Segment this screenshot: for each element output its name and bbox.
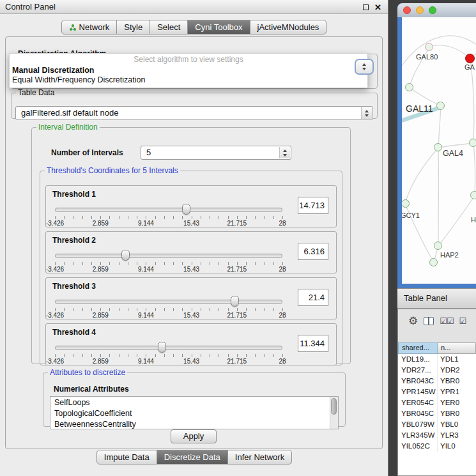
dropdown-option-manual-discretization[interactable]: Manual Discretization bbox=[10, 66, 367, 75]
table-data-combobox[interactable]: galFiltered.sif default node bbox=[15, 106, 373, 120]
scale-tick: 21.715 bbox=[227, 266, 247, 273]
threshold-2-slider[interactable] bbox=[55, 250, 282, 261]
scale-tick: 9.144 bbox=[138, 220, 154, 227]
tab-select[interactable]: Select bbox=[150, 20, 188, 35]
minimize-traffic-light-icon[interactable] bbox=[416, 6, 424, 14]
table-row[interactable]: YBR045CYBR0 bbox=[398, 408, 476, 419]
list-item[interactable]: TopologicalCoefficient bbox=[50, 408, 338, 419]
tab-network[interactable]: Network bbox=[61, 20, 118, 35]
tab-style-label: Style bbox=[124, 22, 142, 32]
table-row[interactable]: YIL052CYIL0 bbox=[398, 441, 476, 452]
zoom-traffic-light-icon[interactable] bbox=[429, 6, 436, 14]
slider-thumb[interactable] bbox=[182, 204, 190, 215]
slider-track[interactable] bbox=[55, 208, 282, 212]
table-header-row: shared... n... bbox=[398, 342, 476, 354]
network-node[interactable] bbox=[470, 191, 476, 199]
float-window-icon[interactable] bbox=[363, 4, 369, 10]
dropdown-option-equal-width-frequency[interactable]: Equal Width/Frequency Discretization bbox=[10, 75, 367, 85]
table-toolbar: ⚙ ☑☑ ☑ bbox=[398, 312, 476, 330]
interval-definition-fieldset: Interval Definition Number of Intervals … bbox=[31, 123, 351, 364]
close-window-icon[interactable]: ✕ bbox=[374, 3, 381, 12]
threshold-1-value-field[interactable]: 14.713 bbox=[298, 197, 328, 214]
cell-shared-name: YDL19... bbox=[398, 354, 438, 365]
select-checkbox-icon[interactable]: ☑☑ bbox=[440, 317, 453, 325]
network-node[interactable] bbox=[434, 242, 442, 250]
threshold-3-slider[interactable] bbox=[55, 296, 282, 307]
network-node[interactable] bbox=[469, 139, 476, 147]
scale-tick: 28 bbox=[279, 266, 286, 273]
table-row[interactable]: YPR145WYPR1 bbox=[398, 387, 476, 397]
scale-tick: 15.43 bbox=[183, 220, 199, 227]
tab-jactivemnodules[interactable]: jActiveMNodules bbox=[250, 20, 327, 35]
slider-scale-labels: -3.4262.8599.14415.4321.71528 bbox=[55, 220, 282, 227]
tab-impute-data[interactable]: Impute Data bbox=[96, 450, 157, 464]
table-row[interactable]: YBL079WYBL0 bbox=[398, 419, 476, 430]
cell-shared-name: YBR043C bbox=[398, 376, 438, 387]
apply-button[interactable]: Apply bbox=[171, 429, 217, 443]
columns-icon[interactable] bbox=[424, 317, 434, 325]
slider-scale-labels: -3.4262.8599.14415.4321.71528 bbox=[55, 266, 282, 273]
threshold-3-value-field[interactable]: 21.4 bbox=[298, 289, 328, 306]
node-label-gal11: GAL11 bbox=[406, 104, 433, 114]
network-canvas[interactable]: GAL80 GA GAL11 GAL4 GCY1 H HAP2 bbox=[402, 17, 476, 284]
threshold-2-panel: Threshold 2 -3.4262.8599.14415.4321.7152… bbox=[45, 231, 337, 273]
slider-track[interactable] bbox=[55, 254, 282, 258]
table-row[interactable]: YER054CYER0 bbox=[398, 397, 476, 408]
algorithm-combo-stepper-icon[interactable] bbox=[355, 59, 374, 75]
cell-name: YBR0 bbox=[438, 408, 476, 419]
gear-icon[interactable]: ⚙ bbox=[408, 316, 418, 326]
tab-select-label: Select bbox=[157, 22, 180, 32]
network-node[interactable] bbox=[434, 143, 442, 151]
select-checkbox-icon[interactable]: ☑ bbox=[459, 317, 466, 325]
network-node[interactable] bbox=[436, 102, 445, 110]
slider-thumb[interactable] bbox=[158, 342, 166, 353]
list-item[interactable]: SelfLoops bbox=[50, 397, 338, 408]
scale-tick: 9.144 bbox=[138, 312, 154, 319]
algorithm-dropdown-popup: Select algorithm to view settings Manual… bbox=[9, 53, 368, 88]
tab-style[interactable]: Style bbox=[117, 20, 150, 35]
algorithm-combobox[interactable]: Select algorithm to view settings bbox=[10, 54, 367, 66]
threshold-1-slider[interactable] bbox=[55, 204, 282, 215]
list-scrollbar[interactable] bbox=[330, 397, 338, 429]
slider-scale-labels: -3.4262.8599.14415.4321.71528 bbox=[55, 358, 282, 365]
column-header-shared-name[interactable]: shared... bbox=[398, 342, 438, 354]
network-node[interactable] bbox=[429, 258, 438, 266]
number-of-intervals-label: Number of Intervals bbox=[51, 148, 123, 157]
column-header-name[interactable]: n... bbox=[438, 342, 476, 354]
tab-network-label: Network bbox=[79, 22, 110, 32]
scale-tick: 15.43 bbox=[183, 312, 199, 319]
combo-stepper-icon[interactable] bbox=[279, 147, 290, 158]
threshold-4-value-field[interactable]: 11.344 bbox=[298, 335, 328, 352]
algorithm-placeholder: Select algorithm to view settings bbox=[134, 55, 243, 64]
slider-track[interactable] bbox=[55, 300, 282, 304]
scrollbar-thumb[interactable] bbox=[331, 398, 337, 415]
network-node[interactable] bbox=[425, 43, 433, 51]
cell-shared-name: YBL079W bbox=[398, 419, 438, 430]
tab-impute-data-label: Impute Data bbox=[104, 452, 150, 462]
number-of-intervals-combobox[interactable]: 5 bbox=[141, 146, 291, 160]
list-item[interactable]: BetweennessCentrality bbox=[50, 419, 338, 429]
table-row[interactable]: YLR345WYLR3 bbox=[398, 430, 476, 441]
close-traffic-light-icon[interactable] bbox=[403, 6, 411, 14]
network-node-selected[interactable] bbox=[465, 54, 475, 63]
combo-stepper-icon[interactable] bbox=[361, 107, 372, 119]
tab-discretize-data[interactable]: Discretize Data bbox=[157, 450, 228, 464]
table-panel-title: Table Panel bbox=[404, 293, 447, 303]
scale-tick: -3.426 bbox=[46, 220, 64, 227]
slider-track[interactable] bbox=[55, 346, 282, 350]
scale-tick: -3.426 bbox=[46, 312, 64, 319]
threshold-4-slider[interactable] bbox=[55, 342, 282, 353]
slider-ticks bbox=[55, 216, 283, 219]
table-row[interactable]: YDL19...YDL1 bbox=[398, 354, 476, 365]
threshold-2-value-field[interactable]: 6.316 bbox=[298, 243, 328, 260]
cell-name: YLR3 bbox=[438, 430, 476, 441]
cell-shared-name: YIL052C bbox=[398, 441, 438, 452]
thresholds-legend: Threshold's Coordinates for 5 Intervals bbox=[45, 166, 180, 175]
slider-thumb[interactable] bbox=[231, 296, 239, 307]
network-node[interactable] bbox=[405, 83, 413, 91]
table-row[interactable]: YBR043CYBR0 bbox=[398, 376, 476, 387]
tab-cyni-toolbox[interactable]: Cyni Toolbox bbox=[188, 20, 250, 35]
slider-thumb[interactable] bbox=[121, 250, 130, 261]
table-row[interactable]: YDR27...YDR2 bbox=[398, 365, 476, 376]
tab-infer-network[interactable]: Infer Network bbox=[228, 450, 292, 464]
